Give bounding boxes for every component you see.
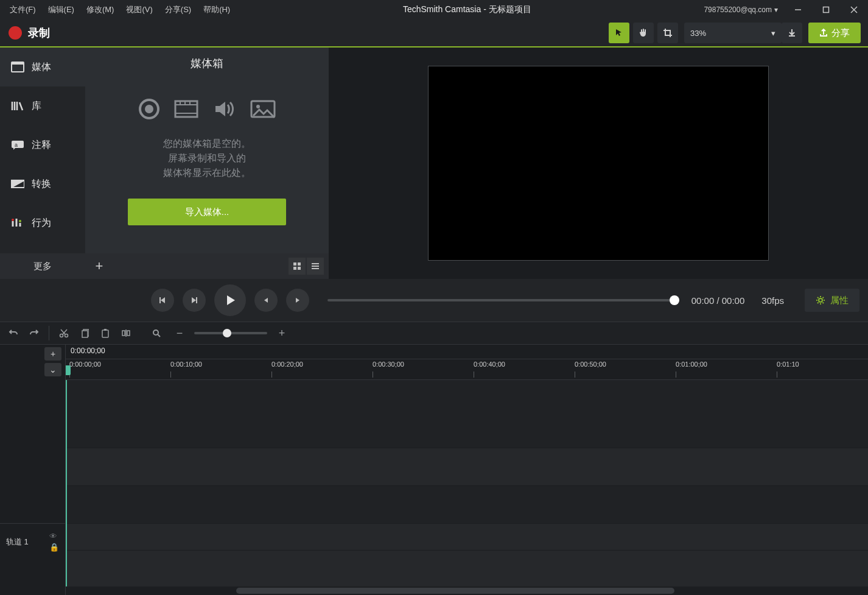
svg-point-20 — [256, 105, 260, 108]
next-marker-button[interactable] — [286, 289, 309, 312]
add-media-button[interactable]: + — [90, 257, 108, 275]
svg-rect-29 — [196, 297, 197, 303]
lock-icon[interactable]: 🔒 — [49, 543, 59, 552]
record-circle-icon — [138, 97, 161, 121]
timeline-scrollbar[interactable] — [66, 586, 868, 595]
track-options-button[interactable]: ⌄ — [44, 363, 61, 376]
left-sidebar: 媒体 库 a 注释 转换 行为 更多 — [0, 48, 85, 279]
timeline-ruler[interactable]: 0:00:00;00 0:00:10;00 0:00:20;00 0:00:30… — [66, 359, 868, 380]
menu-modify[interactable]: 修改(M) — [80, 1, 121, 19]
svg-rect-5 — [12, 62, 24, 65]
grid-view-button[interactable] — [289, 258, 306, 275]
import-media-button[interactable]: 导入媒体... — [128, 199, 286, 225]
audio-icon — [212, 97, 236, 121]
playhead[interactable] — [66, 380, 67, 595]
account-email: 798755200@qq.com — [704, 5, 772, 14]
fps-display[interactable]: 30fps — [761, 295, 784, 306]
menu-edit[interactable]: 编辑(E) — [42, 1, 80, 19]
next-frame-button[interactable] — [183, 289, 206, 312]
track-header-column: + ⌄ 轨道 1 👁 🔒 — [0, 345, 66, 595]
panel-footer: + — [85, 253, 329, 279]
download-button[interactable] — [782, 23, 802, 43]
maximize-button[interactable] — [812, 0, 840, 19]
canvas-area — [329, 48, 868, 279]
svg-point-12 — [145, 105, 153, 113]
menu-help[interactable]: 帮助(H) — [197, 1, 236, 19]
svg-rect-36 — [122, 331, 125, 336]
zoom-in-button[interactable]: + — [273, 325, 290, 342]
sidebar-item-transitions[interactable]: 转换 — [0, 164, 85, 203]
empty-message: 您的媒体箱是空的。 屏幕录制和导入的 媒体将显示在此处。 — [163, 136, 251, 180]
panel-title: 媒体箱 — [85, 48, 329, 79]
titlebar: 文件(F) 编辑(E) 修改(M) 视图(V) 分享(S) 帮助(H) Tech… — [0, 0, 868, 19]
zoom-out-button[interactable]: − — [171, 325, 188, 342]
share-icon — [819, 29, 828, 37]
sidebar-item-behaviors[interactable]: 行为 — [0, 203, 85, 242]
play-button[interactable] — [214, 284, 246, 316]
media-panel: 媒体箱 您的媒体箱是空的。 屏幕录制和导入的 媒体将显示在此处。 导入媒体...… — [85, 48, 329, 279]
select-tool[interactable] — [609, 23, 629, 43]
svg-point-31 — [60, 334, 63, 337]
undo-button[interactable] — [5, 325, 22, 342]
track-row[interactable] — [66, 524, 868, 551]
preview-canvas[interactable] — [428, 66, 769, 261]
crop-tool[interactable] — [657, 23, 678, 43]
timecode-display: 00:00 / 00:00 — [691, 295, 745, 306]
record-icon — [9, 26, 22, 40]
prev-marker-button[interactable] — [254, 289, 278, 312]
scrub-slider[interactable] — [327, 299, 673, 301]
svg-rect-34 — [102, 330, 108, 337]
minimize-button[interactable] — [784, 0, 812, 19]
menu-share[interactable]: 分享(S) — [159, 1, 197, 19]
track-1-header[interactable]: 轨道 1 👁 🔒 — [0, 523, 65, 560]
split-button[interactable] — [117, 325, 135, 342]
close-button[interactable] — [840, 0, 868, 19]
track-row[interactable] — [66, 448, 868, 486]
redo-button[interactable] — [26, 325, 43, 342]
svg-point-9 — [12, 219, 14, 221]
track-area[interactable] — [66, 380, 868, 595]
properties-button[interactable]: 属性 — [805, 289, 859, 312]
pan-tool[interactable] — [633, 23, 654, 43]
share-button[interactable]: 分享 — [808, 23, 861, 43]
svg-rect-21 — [293, 262, 296, 266]
window-title: TechSmith Camtasia - 无标题项目 — [236, 4, 698, 15]
svg-rect-37 — [127, 331, 130, 336]
track-1[interactable] — [66, 486, 868, 524]
svg-rect-33 — [82, 331, 88, 337]
svg-point-39 — [153, 330, 158, 335]
sidebar-item-annotations[interactable]: a 注释 — [0, 125, 85, 164]
transition-icon — [11, 179, 24, 189]
track-row[interactable] — [66, 380, 868, 448]
playback-controls: 00:00 / 00:00 30fps 属性 — [0, 279, 868, 322]
timeline-toolbar: − + — [0, 322, 868, 345]
menu-file[interactable]: 文件(F) — [4, 1, 42, 19]
cut-button[interactable] — [55, 325, 72, 342]
sidebar-item-library[interactable]: 库 — [0, 86, 85, 125]
video-clip-icon — [174, 97, 198, 121]
timeline-header: 0:00:00;00 — [66, 345, 868, 359]
empty-media-icons — [138, 97, 276, 121]
zoom-dropdown[interactable]: 33% ▾ — [684, 23, 782, 43]
eye-icon[interactable]: 👁 — [49, 532, 59, 541]
chevron-down-icon: ▾ — [771, 29, 775, 38]
sidebar-more[interactable]: 更多 — [0, 253, 85, 279]
zoom-slider[interactable] — [194, 332, 267, 334]
svg-rect-1 — [824, 7, 829, 13]
record-label: 录制 — [28, 26, 50, 40]
account-menu[interactable]: 798755200@qq.com ▾ — [698, 5, 784, 14]
behavior-icon — [11, 217, 24, 228]
paste-button[interactable] — [97, 325, 114, 342]
sidebar-item-media[interactable]: 媒体 — [0, 48, 85, 86]
window-controls — [784, 0, 868, 19]
share-label: 分享 — [831, 27, 850, 39]
library-icon — [11, 100, 24, 111]
prev-frame-button[interactable] — [151, 289, 174, 312]
svg-text:a: a — [15, 142, 18, 148]
menu-view[interactable]: 视图(V) — [120, 1, 158, 19]
record-button[interactable]: 录制 — [0, 26, 58, 40]
add-track-button[interactable]: + — [44, 347, 61, 361]
copy-button[interactable] — [76, 325, 93, 342]
gear-icon — [816, 295, 825, 305]
list-view-button[interactable] — [307, 258, 324, 275]
